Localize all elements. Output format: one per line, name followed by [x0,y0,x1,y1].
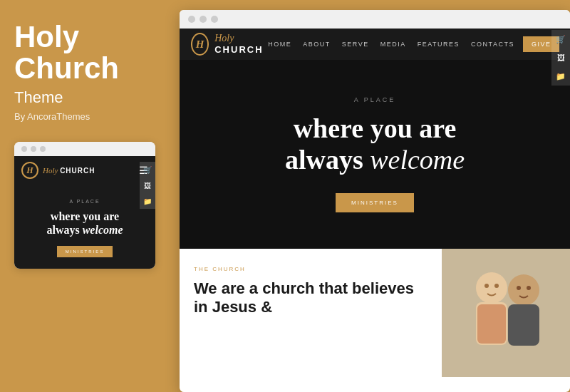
desktop-logo-text: Holy CHURCH [214,33,268,56]
nav-link-contacts[interactable]: CONTACTS [471,41,514,48]
svg-point-1 [476,272,507,304]
svg-rect-3 [477,304,506,344]
desktop-hero-small: A PLACE [354,96,396,103]
mobile-side-icons: 🛒 🖼 📁 [140,162,155,209]
theme-subtitle: Theme [14,88,162,107]
main-dot-1 [188,16,195,23]
desktop-hero-title: where you are always welcome [285,113,465,175]
desktop-nav-links: HOME ABOUT SERVE MEDIA FEATURES CONTACTS [268,41,514,48]
nav-link-home[interactable]: HOME [268,41,291,48]
mobile-hero-italic: welcome [83,224,123,236]
couple-illustration [442,249,570,377]
desktop-nav: H Holy CHURCH HOME ABOUT SERVE MEDIA FEA… [180,29,570,60]
desktop-folder-icon[interactable]: 📁 [551,67,570,86]
main-dot-3 [211,16,218,23]
theme-title-line2: Church [14,51,119,85]
desktop-ministries-button[interactable]: MINISTRIES [336,193,414,212]
mobile-ministries-button[interactable]: MINISTRIES [57,246,113,257]
desktop-bottom-image [442,249,570,377]
mobile-logo-text: Holy CHURCH [43,166,95,175]
desktop-logo: H Holy CHURCH [191,33,268,56]
desktop-bottom-title: We are a church that believes in Jesus & [194,279,428,317]
svg-point-7 [494,284,499,288]
main-dot-2 [200,16,207,23]
svg-point-4 [508,274,539,306]
theme-by: By AncoraThemes [14,111,162,122]
mobile-cart-icon[interactable]: 🛒 [140,162,155,177]
mobile-dot-1 [21,146,27,152]
desktop-bottom: THE CHURCH We are a church that believes… [180,249,570,377]
mobile-dot-3 [40,146,46,152]
desktop-cart-icon[interactable]: 🛒 [551,30,570,48]
mobile-hero: A PLACE where you are always welcome MIN… [14,185,155,268]
nav-link-media[interactable]: MEDIA [380,41,406,48]
mobile-hero-line1: where you are [51,210,119,222]
desktop-logo-italic: Holy [214,33,234,43]
mobile-hero-title: where you are always welcome [23,210,147,237]
desktop-hero-italic: welcome [370,145,465,175]
desktop-hero: A PLACE where you are always welcome MIN… [180,60,570,249]
nav-link-features[interactable]: FEATURES [418,41,460,48]
mobile-logo: H Holy CHURCH [21,162,95,179]
mobile-logo-italic: Holy [43,166,58,175]
svg-point-8 [517,286,521,290]
desktop-bottom-tag: THE CHURCH [194,266,428,272]
left-panel: Holy Church Theme By AncoraThemes H Holy… [0,0,177,392]
mobile-nav: H Holy CHURCH ☰ [14,156,155,185]
desktop-image-icon[interactable]: 🖼 [551,48,570,67]
desktop-logo-icon: H [191,33,209,56]
desktop-side-icons: 🛒 🖼 📁 [551,30,570,86]
theme-title-line1: Holy [14,20,79,53]
desktop-hero-line1: where you are [294,113,457,143]
mobile-titlebar [14,142,155,156]
mobile-hero-small: A PLACE [23,199,147,204]
desktop-hero-line2: always [285,145,363,175]
svg-point-9 [527,286,531,290]
mobile-dot-2 [31,146,36,152]
mobile-logo-bold: CHURCH [60,167,95,175]
svg-point-6 [484,284,489,288]
svg-rect-5 [508,304,539,346]
nav-link-about[interactable]: ABOUT [303,41,331,48]
desktop-bottom-left: THE CHURCH We are a church that believes… [180,249,442,377]
mobile-folder-icon[interactable]: 📁 [140,193,155,209]
main-preview: H Holy CHURCH HOME ABOUT SERVE MEDIA FEA… [180,10,570,392]
main-titlebar [180,10,570,29]
mobile-hero-line2: always [46,224,79,236]
mobile-preview: H Holy CHURCH ☰ A PLACE where you are al… [14,142,155,268]
theme-title: Holy Church [14,21,162,84]
desktop-logo-bold: CHURCH [214,44,263,55]
mobile-logo-icon: H [21,162,38,179]
mobile-image-icon[interactable]: 🖼 [140,177,155,193]
nav-link-serve[interactable]: SERVE [342,41,369,48]
